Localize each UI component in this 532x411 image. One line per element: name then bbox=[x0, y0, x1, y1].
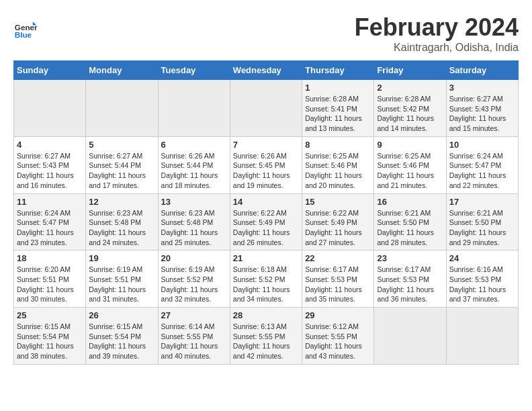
day-number: 6 bbox=[161, 140, 227, 150]
cell-info: Sunrise: 6:21 AMSunset: 5:50 PMDaylight:… bbox=[377, 208, 443, 248]
calendar-cell: 26Sunrise: 6:15 AMSunset: 5:54 PMDayligh… bbox=[86, 308, 158, 365]
calendar-cell: 14Sunrise: 6:22 AMSunset: 5:49 PMDayligh… bbox=[230, 193, 302, 250]
cell-info: Sunrise: 6:28 AMSunset: 5:42 PMDaylight:… bbox=[377, 94, 443, 134]
day-number: 21 bbox=[233, 253, 299, 263]
calendar-cell: 2Sunrise: 6:28 AMSunset: 5:42 PMDaylight… bbox=[374, 80, 446, 137]
calendar-cell: 18Sunrise: 6:20 AMSunset: 5:51 PMDayligh… bbox=[14, 250, 86, 308]
day-number: 9 bbox=[377, 140, 443, 150]
cell-info: Sunrise: 6:27 AMSunset: 5:43 PMDaylight:… bbox=[17, 151, 83, 191]
cell-info: Sunrise: 6:24 AMSunset: 5:47 PMDaylight:… bbox=[17, 208, 83, 248]
calendar-cell: 7Sunrise: 6:26 AMSunset: 5:45 PMDaylight… bbox=[230, 136, 302, 193]
day-number: 24 bbox=[449, 253, 515, 263]
calendar-cell: 12Sunrise: 6:23 AMSunset: 5:48 PMDayligh… bbox=[86, 193, 158, 250]
svg-text:Blue: Blue bbox=[15, 30, 32, 39]
column-header-thursday: Thursday bbox=[302, 61, 374, 80]
cell-info: Sunrise: 6:20 AMSunset: 5:51 PMDaylight:… bbox=[17, 265, 83, 304]
cell-info: Sunrise: 6:23 AMSunset: 5:48 PMDaylight:… bbox=[89, 208, 154, 248]
calendar-cell: 11Sunrise: 6:24 AMSunset: 5:47 PMDayligh… bbox=[14, 193, 86, 250]
calendar-cell: 5Sunrise: 6:27 AMSunset: 5:44 PMDaylight… bbox=[86, 136, 158, 193]
column-header-saturday: Saturday bbox=[446, 61, 518, 80]
calendar-cell: 8Sunrise: 6:25 AMSunset: 5:46 PMDaylight… bbox=[302, 136, 374, 193]
cell-info: Sunrise: 6:15 AMSunset: 5:54 PMDaylight:… bbox=[89, 322, 154, 361]
day-number: 5 bbox=[89, 140, 154, 150]
calendar-cell: 29Sunrise: 6:12 AMSunset: 5:55 PMDayligh… bbox=[302, 308, 374, 365]
cell-info: Sunrise: 6:19 AMSunset: 5:51 PMDaylight:… bbox=[89, 265, 154, 304]
calendar-cell bbox=[374, 308, 446, 365]
calendar-cell: 22Sunrise: 6:17 AMSunset: 5:53 PMDayligh… bbox=[302, 250, 374, 308]
column-header-friday: Friday bbox=[374, 61, 446, 80]
day-number: 4 bbox=[17, 140, 83, 150]
cell-info: Sunrise: 6:17 AMSunset: 5:53 PMDaylight:… bbox=[377, 265, 443, 304]
calendar-cell: 28Sunrise: 6:13 AMSunset: 5:55 PMDayligh… bbox=[230, 308, 302, 365]
day-number: 13 bbox=[161, 197, 227, 207]
calendar-cell bbox=[86, 80, 158, 137]
month-title: February 2024 bbox=[355, 13, 519, 42]
cell-info: Sunrise: 6:26 AMSunset: 5:45 PMDaylight:… bbox=[233, 151, 299, 191]
calendar-table: SundayMondayTuesdayWednesdayThursdayFrid… bbox=[13, 60, 519, 365]
calendar-cell: 13Sunrise: 6:23 AMSunset: 5:48 PMDayligh… bbox=[158, 193, 230, 250]
day-number: 26 bbox=[89, 310, 154, 320]
calendar-week-row: 1Sunrise: 6:28 AMSunset: 5:41 PMDaylight… bbox=[14, 80, 519, 137]
cell-info: Sunrise: 6:24 AMSunset: 5:47 PMDaylight:… bbox=[449, 151, 515, 191]
column-header-monday: Monday bbox=[86, 61, 158, 80]
day-number: 3 bbox=[449, 83, 515, 93]
cell-info: Sunrise: 6:27 AMSunset: 5:43 PMDaylight:… bbox=[449, 94, 515, 134]
logo-icon: General Blue bbox=[13, 17, 38, 41]
calendar-cell: 19Sunrise: 6:19 AMSunset: 5:51 PMDayligh… bbox=[86, 250, 158, 308]
day-number: 27 bbox=[161, 310, 227, 320]
cell-info: Sunrise: 6:12 AMSunset: 5:55 PMDaylight:… bbox=[305, 322, 371, 361]
day-number: 12 bbox=[89, 197, 154, 207]
page-header: General Blue February 2024 Kaintragarh, … bbox=[13, 13, 519, 54]
cell-info: Sunrise: 6:22 AMSunset: 5:49 PMDaylight:… bbox=[233, 208, 299, 248]
cell-info: Sunrise: 6:27 AMSunset: 5:44 PMDaylight:… bbox=[89, 151, 154, 191]
logo: General Blue bbox=[13, 17, 40, 41]
day-number: 15 bbox=[305, 197, 371, 207]
cell-info: Sunrise: 6:19 AMSunset: 5:52 PMDaylight:… bbox=[161, 265, 227, 304]
location-title: Kaintragarh, Odisha, India bbox=[355, 42, 519, 54]
cell-info: Sunrise: 6:17 AMSunset: 5:53 PMDaylight:… bbox=[305, 265, 371, 304]
day-number: 22 bbox=[305, 253, 371, 263]
calendar-cell: 6Sunrise: 6:26 AMSunset: 5:44 PMDaylight… bbox=[158, 136, 230, 193]
calendar-cell: 24Sunrise: 6:16 AMSunset: 5:53 PMDayligh… bbox=[446, 250, 518, 308]
calendar-header-row: SundayMondayTuesdayWednesdayThursdayFrid… bbox=[14, 61, 519, 80]
calendar-cell: 1Sunrise: 6:28 AMSunset: 5:41 PMDaylight… bbox=[302, 80, 374, 137]
day-number: 28 bbox=[233, 310, 299, 320]
day-number: 19 bbox=[89, 253, 154, 263]
cell-info: Sunrise: 6:26 AMSunset: 5:44 PMDaylight:… bbox=[161, 151, 227, 191]
day-number: 29 bbox=[305, 310, 371, 320]
calendar-week-row: 18Sunrise: 6:20 AMSunset: 5:51 PMDayligh… bbox=[14, 250, 519, 308]
cell-info: Sunrise: 6:25 AMSunset: 5:46 PMDaylight:… bbox=[305, 151, 371, 191]
day-number: 23 bbox=[377, 253, 443, 263]
column-header-wednesday: Wednesday bbox=[230, 61, 302, 80]
day-number: 17 bbox=[449, 197, 515, 207]
calendar-cell: 3Sunrise: 6:27 AMSunset: 5:43 PMDaylight… bbox=[446, 80, 518, 137]
day-number: 16 bbox=[377, 197, 443, 207]
day-number: 7 bbox=[233, 140, 299, 150]
day-number: 8 bbox=[305, 140, 371, 150]
cell-info: Sunrise: 6:14 AMSunset: 5:55 PMDaylight:… bbox=[161, 322, 227, 361]
cell-info: Sunrise: 6:23 AMSunset: 5:48 PMDaylight:… bbox=[161, 208, 227, 248]
day-number: 14 bbox=[233, 197, 299, 207]
column-header-sunday: Sunday bbox=[14, 61, 86, 80]
day-number: 18 bbox=[17, 253, 83, 263]
cell-info: Sunrise: 6:15 AMSunset: 5:54 PMDaylight:… bbox=[17, 322, 83, 361]
cell-info: Sunrise: 6:16 AMSunset: 5:53 PMDaylight:… bbox=[449, 265, 515, 304]
calendar-cell: 10Sunrise: 6:24 AMSunset: 5:47 PMDayligh… bbox=[446, 136, 518, 193]
calendar-cell: 27Sunrise: 6:14 AMSunset: 5:55 PMDayligh… bbox=[158, 308, 230, 365]
calendar-cell bbox=[158, 80, 230, 137]
day-number: 11 bbox=[17, 197, 83, 207]
calendar-cell bbox=[446, 308, 518, 365]
calendar-cell: 17Sunrise: 6:21 AMSunset: 5:50 PMDayligh… bbox=[446, 193, 518, 250]
calendar-cell: 4Sunrise: 6:27 AMSunset: 5:43 PMDaylight… bbox=[14, 136, 86, 193]
column-header-tuesday: Tuesday bbox=[158, 61, 230, 80]
cell-info: Sunrise: 6:22 AMSunset: 5:49 PMDaylight:… bbox=[305, 208, 371, 248]
calendar-cell: 20Sunrise: 6:19 AMSunset: 5:52 PMDayligh… bbox=[158, 250, 230, 308]
day-number: 2 bbox=[377, 83, 443, 93]
cell-info: Sunrise: 6:13 AMSunset: 5:55 PMDaylight:… bbox=[233, 322, 299, 361]
calendar-cell: 16Sunrise: 6:21 AMSunset: 5:50 PMDayligh… bbox=[374, 193, 446, 250]
calendar-cell: 25Sunrise: 6:15 AMSunset: 5:54 PMDayligh… bbox=[14, 308, 86, 365]
calendar-cell: 21Sunrise: 6:18 AMSunset: 5:52 PMDayligh… bbox=[230, 250, 302, 308]
calendar-cell bbox=[230, 80, 302, 137]
day-number: 1 bbox=[305, 83, 371, 93]
calendar-week-row: 11Sunrise: 6:24 AMSunset: 5:47 PMDayligh… bbox=[14, 193, 519, 250]
